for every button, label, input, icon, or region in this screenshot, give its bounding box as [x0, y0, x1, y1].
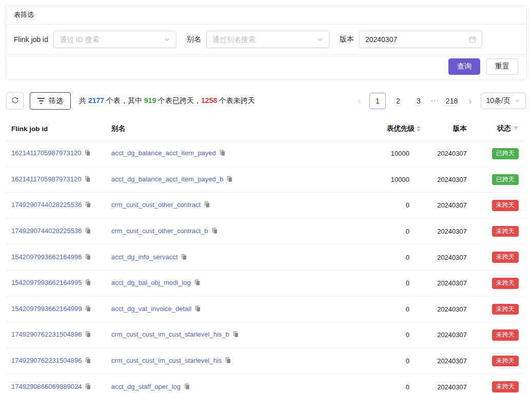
- priority-cell: 0: [334, 218, 426, 244]
- copy-icon[interactable]: [194, 279, 201, 287]
- chevron-down-icon: [164, 36, 170, 43]
- alias-link[interactable]: acct_dg_staff_oper_log: [111, 383, 181, 390]
- job-id-link[interactable]: 1749290762231504896: [11, 357, 82, 364]
- table-body: 1621411705987973120 acct_dg_balance_acct…: [6, 141, 526, 393]
- version-cell: 20240307: [426, 193, 472, 219]
- flink-job-id-input[interactable]: [60, 35, 161, 44]
- prev-page-button[interactable]: ‹: [353, 93, 365, 109]
- page-button-1[interactable]: 1: [369, 93, 386, 109]
- table-row[interactable]: 1621411705987973120 acct_dg_balance_acct…: [6, 141, 526, 167]
- flink-job-id-field: Flink job id: [14, 31, 176, 48]
- alias-link[interactable]: crm_cust_cust_other_contract_b: [111, 227, 208, 235]
- job-id-link[interactable]: 1749290762231504896: [11, 330, 82, 338]
- version-date-picker[interactable]: [359, 31, 482, 48]
- filter-card: 表筛选 Flink job id 别名: [5, 5, 527, 79]
- alias-link[interactable]: acct_dg_balance_acct_item_payed_b: [111, 175, 223, 183]
- copy-icon[interactable]: [84, 150, 91, 158]
- copy-icon[interactable]: [85, 227, 91, 236]
- page-button-2[interactable]: 2: [390, 93, 406, 109]
- copy-icon[interactable]: [184, 383, 190, 391]
- alias-link[interactable]: acct_dg_info_servacct: [111, 253, 178, 261]
- copy-icon[interactable]: [85, 254, 91, 262]
- alias-input[interactable]: [212, 35, 314, 44]
- version-cell: 20240307: [426, 322, 472, 348]
- job-id-link[interactable]: 1542097993662164995: [11, 279, 82, 286]
- alias-link[interactable]: acct_dg_bal_obj_modi_log: [111, 279, 191, 286]
- alias-link[interactable]: crm_cust_cust_im_cust_starlevel_his: [111, 357, 222, 364]
- version-cell: 20240307: [426, 270, 472, 296]
- alias-link[interactable]: acct_dg_vat_invoice_detail: [111, 305, 191, 313]
- table-row[interactable]: 1749290866069889024 acct_dg_staff_oper_l…: [6, 374, 526, 393]
- status-badge: 已跨天: [492, 148, 519, 159]
- copy-icon[interactable]: [194, 305, 201, 314]
- status-badge: 已跨天: [492, 174, 519, 185]
- crossed-count: 919: [144, 96, 156, 105]
- version-date-input[interactable]: [365, 35, 466, 44]
- page-ellipsis[interactable]: •••: [431, 93, 440, 109]
- job-id-link[interactable]: 1621411705987973120: [11, 175, 81, 183]
- table-row[interactable]: 1542097993662164996 acct_dg_info_servacc…: [6, 244, 526, 271]
- filter-fields: Flink job id 别名 版本: [6, 25, 526, 55]
- page-size-select[interactable]: 10条/页: [481, 93, 526, 109]
- status-header-label: 状态: [497, 124, 511, 133]
- job-id-link[interactable]: 1749290744028225536: [11, 227, 82, 235]
- table-row[interactable]: 1621411705987973120 acct_dg_balance_acct…: [6, 167, 526, 193]
- table-row[interactable]: 1542097993662164995 acct_dg_bal_obj_modi…: [6, 270, 526, 296]
- copy-icon[interactable]: [225, 357, 231, 365]
- copy-icon[interactable]: [204, 201, 210, 210]
- copy-icon[interactable]: [219, 150, 226, 158]
- alias-select[interactable]: [206, 31, 329, 48]
- filter-toggle-button[interactable]: 筛选: [30, 92, 71, 110]
- calendar-icon: [469, 36, 476, 43]
- job-id-link[interactable]: 1749290744028225536: [11, 201, 82, 209]
- filter-toggle-label: 筛选: [49, 96, 63, 106]
- flink-job-id-select[interactable]: [53, 31, 176, 48]
- priority-cell: 0: [334, 270, 426, 296]
- copy-icon[interactable]: [85, 279, 91, 287]
- filter-actions: 查询 重置: [6, 55, 526, 79]
- table-row[interactable]: 1749290744028225536 crm_cust_cust_other_…: [6, 218, 526, 244]
- filter-lines-icon: [37, 98, 45, 104]
- query-button[interactable]: 查询: [448, 58, 480, 75]
- copy-icon[interactable]: [85, 331, 91, 339]
- priority-cell: 0: [334, 193, 426, 219]
- stats-mid1: 个表，其中: [104, 96, 144, 105]
- chevron-down-icon: [317, 36, 323, 43]
- job-id-link[interactable]: 1542097993662164996: [11, 253, 82, 261]
- copy-icon[interactable]: [84, 176, 91, 184]
- version-cell: 20240307: [426, 374, 472, 393]
- job-id-link[interactable]: 1621411705987973120: [11, 149, 81, 157]
- copy-icon[interactable]: [85, 357, 91, 365]
- table-row[interactable]: 1749290762231504896 crm_cust_cust_im_cus…: [6, 348, 526, 374]
- table-row[interactable]: 1749290744028225536 crm_cust_cust_other_…: [6, 193, 526, 219]
- copy-icon[interactable]: [85, 201, 91, 210]
- table-header-row: Flink job id 别名 表优先级 版本 状态: [6, 117, 526, 141]
- copy-icon[interactable]: [232, 331, 239, 339]
- alias-link[interactable]: acct_dg_balance_acct_item_payed: [111, 149, 216, 157]
- refresh-button[interactable]: [6, 92, 24, 110]
- column-header-alias: 别名: [106, 117, 334, 141]
- table-row[interactable]: 1749290762231504896 crm_cust_cust_im_cus…: [6, 322, 526, 348]
- column-header-version: 版本: [426, 117, 472, 141]
- reset-button[interactable]: 重置: [486, 58, 518, 75]
- priority-cell: 10000: [334, 141, 426, 167]
- copy-icon[interactable]: [85, 305, 91, 314]
- job-id-link[interactable]: 1542097993662164999: [11, 305, 82, 313]
- funnel-filter-icon[interactable]: [513, 125, 519, 133]
- version-field: 版本: [340, 31, 482, 48]
- next-page-button[interactable]: ›: [464, 93, 477, 109]
- table-row[interactable]: 1542097993662164999 acct_dg_vat_invoice_…: [6, 296, 526, 322]
- copy-icon[interactable]: [226, 176, 233, 184]
- uncrossed-count: 1258: [201, 96, 217, 105]
- page-button-3[interactable]: 3: [410, 93, 427, 109]
- toolbar: 筛选 共 2177 个表，其中 919 个表已跨天，1258 个表未跨天 ‹ 1…: [6, 92, 526, 110]
- copy-icon[interactable]: [85, 383, 91, 391]
- copy-icon[interactable]: [181, 254, 187, 262]
- sort-icon[interactable]: [417, 126, 421, 132]
- priority-cell: 0: [334, 374, 426, 393]
- alias-link[interactable]: crm_cust_cust_other_contract: [111, 201, 201, 209]
- page-button-last[interactable]: 218: [444, 93, 460, 109]
- copy-icon[interactable]: [211, 227, 218, 236]
- alias-link[interactable]: crm_cust_cust_im_cust_starlevel_his_b: [111, 330, 229, 338]
- job-id-link[interactable]: 1749290866069889024: [11, 383, 82, 390]
